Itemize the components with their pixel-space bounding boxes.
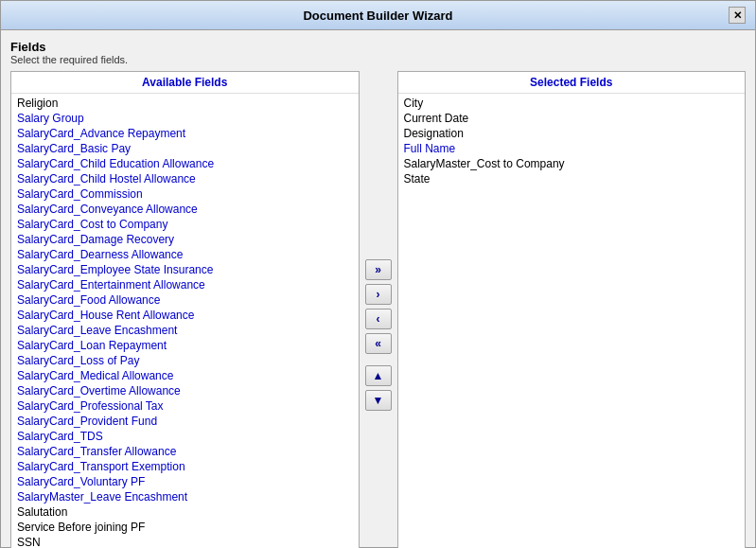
fields-subtitle: Select the required fields. — [10, 54, 746, 65]
remove-all-button[interactable]: « — [365, 333, 392, 354]
list-item[interactable]: SalaryMaster_Leave Encashment — [11, 489, 359, 504]
list-item[interactable]: Salary Group — [11, 111, 359, 126]
list-item[interactable]: State — [398, 171, 746, 186]
list-item[interactable]: SalaryCard_Commission — [11, 186, 359, 202]
document-builder-dialog: Document Builder Wizard ✕ Fields Select … — [0, 0, 756, 548]
selected-fields-header: Selected Fields — [398, 72, 746, 94]
remove-one-button[interactable]: ‹ — [365, 309, 392, 329]
list-item[interactable]: Full Name — [398, 141, 746, 156]
list-item[interactable]: SalaryCard_Basic Pay — [11, 141, 359, 156]
list-item[interactable]: SalaryCard_Dearness Allowance — [11, 247, 359, 262]
title-bar: Document Builder Wizard ✕ — [1, 1, 755, 30]
list-item[interactable]: SalaryCard_Professional Tax — [11, 398, 359, 414]
list-item[interactable]: SalaryCard_Conveyance Allowance — [11, 202, 359, 217]
fields-header: Fields Select the required fields. — [10, 40, 746, 65]
move-down-button[interactable]: ▼ — [365, 390, 392, 411]
selected-fields-container: Selected Fields CityCurrent DateDesignat… — [397, 71, 747, 548]
list-item[interactable]: Salutation — [11, 504, 359, 520]
move-up-button[interactable]: ▲ — [365, 365, 392, 386]
middle-controls: » › ‹ « ▲ ▼ — [360, 71, 397, 548]
list-item[interactable]: SalaryCard_Damage Recovery — [11, 232, 359, 247]
content-area: Fields Select the required fields. Avail… — [1, 30, 755, 548]
list-item[interactable]: SalaryCard_House Rent Allowance — [11, 308, 359, 323]
available-fields-container: Available Fields ReligionSalary GroupSal… — [10, 71, 360, 548]
list-item[interactable]: Current Date — [398, 111, 746, 126]
list-item[interactable]: SalaryCard_Food Allowance — [11, 292, 359, 308]
list-item[interactable]: SalaryCard_Child Hostel Allowance — [11, 171, 359, 186]
lists-area: Available Fields ReligionSalary GroupSal… — [10, 71, 746, 548]
list-item[interactable]: SalaryCard_Provident Fund — [11, 414, 359, 429]
list-item[interactable]: SalaryCard_Entertainment Allowance — [11, 277, 359, 292]
selected-fields-list[interactable]: CityCurrent DateDesignationFull NameSala… — [398, 94, 746, 548]
available-fields-list[interactable]: ReligionSalary GroupSalaryCard_Advance R… — [11, 94, 359, 548]
list-item[interactable]: Designation — [398, 126, 746, 141]
list-item[interactable]: SalaryCard_Employee State Insurance — [11, 262, 359, 277]
list-item[interactable]: Service Before joining PF — [11, 520, 359, 535]
list-item[interactable]: SalaryCard_Medical Allowance — [11, 368, 359, 383]
list-item[interactable]: City — [398, 96, 746, 111]
add-all-button[interactable]: » — [365, 259, 392, 280]
fields-title: Fields — [10, 40, 746, 54]
available-fields-header: Available Fields — [11, 72, 359, 94]
list-item[interactable]: SalaryCard_Leave Encashment — [11, 323, 359, 338]
list-item[interactable]: SalaryCard_Child Education Allowance — [11, 156, 359, 171]
close-button[interactable]: ✕ — [729, 7, 746, 24]
add-one-button[interactable]: › — [365, 284, 392, 305]
list-item[interactable]: Religion — [11, 96, 359, 111]
list-item[interactable]: SalaryCard_Transfer Allowance — [11, 444, 359, 459]
list-item[interactable]: SalaryCard_Advance Repayment — [11, 126, 359, 141]
list-item[interactable]: SalaryMaster_Cost to Company — [398, 156, 746, 171]
list-item[interactable]: SalaryCard_Cost to Company — [11, 217, 359, 232]
list-item[interactable]: SalaryCard_TDS — [11, 429, 359, 444]
list-item[interactable]: SalaryCard_Overtime Allowance — [11, 383, 359, 398]
list-item[interactable]: SalaryCard_Voluntary PF — [11, 474, 359, 489]
list-item[interactable]: SSN — [11, 535, 359, 548]
list-item[interactable]: SalaryCard_Transport Exemption — [11, 459, 359, 474]
list-item[interactable]: SalaryCard_Loan Repayment — [11, 338, 359, 353]
list-item[interactable]: SalaryCard_Loss of Pay — [11, 353, 359, 368]
dialog-title: Document Builder Wizard — [27, 9, 729, 23]
